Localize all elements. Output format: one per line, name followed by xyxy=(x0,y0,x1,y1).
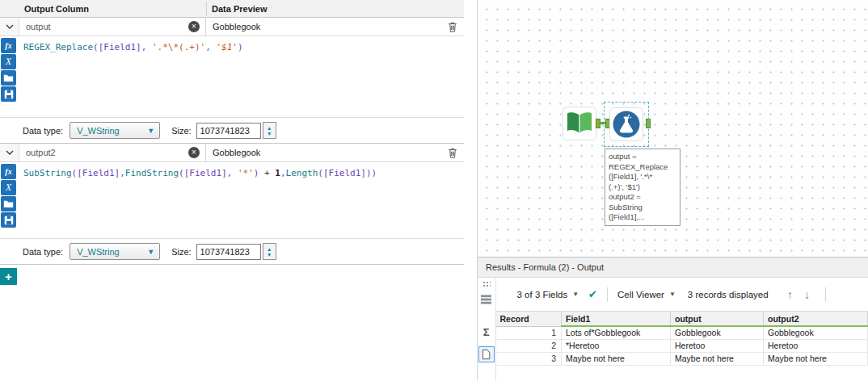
cell-output[interactable]: Heretoo xyxy=(671,339,764,352)
input-data-tool[interactable] xyxy=(562,106,597,141)
data-preview-value: Gobblegook xyxy=(206,18,441,36)
formula-configuration-panel: Output Column Data Preview output × Gobb… xyxy=(0,0,464,381)
output-column-name-field[interactable]: output2 × xyxy=(19,144,206,161)
header-divider xyxy=(206,2,207,16)
cell-output[interactable]: Gobblegook xyxy=(671,326,764,339)
size-input[interactable] xyxy=(196,123,261,139)
formula-token: '.*\*(.+)' xyxy=(152,42,205,52)
expression-editor[interactable]: REGEX_Replace([Field1], '.*\*(.+)', '$1'… xyxy=(17,36,464,117)
expression-header-row: output × Gobblegook xyxy=(0,18,464,36)
down-arrow-icon: ▼ xyxy=(267,252,272,257)
cell-viewer-dropdown[interactable]: Cell Viewer ▼ xyxy=(617,290,676,299)
trash-icon xyxy=(447,21,458,33)
column-header-field1[interactable]: Field1 xyxy=(562,312,671,326)
profile-sigma-icon[interactable]: Σ xyxy=(478,324,495,340)
cell-field1[interactable]: Maybe not here xyxy=(562,352,671,365)
collapse-expression-button[interactable] xyxy=(0,144,19,161)
drag-grip[interactable] xyxy=(482,281,491,287)
formula-flask-icon xyxy=(609,107,644,142)
workflow-canvas[interactable]: output = REGEX_Replace ([Field1], '.*\* … xyxy=(477,0,868,257)
expression-editor[interactable]: SubString([Field1],FindString([Field1], … xyxy=(17,162,464,238)
scroll-up-button[interactable]: ↑ xyxy=(787,288,793,301)
formula-token: Length xyxy=(286,168,318,178)
insert-field-icon[interactable]: X xyxy=(1,180,16,195)
chevron-down-icon xyxy=(6,150,14,155)
fields-dropdown[interactable]: 3 of 3 Fields ▼ xyxy=(517,290,579,299)
column-header-record[interactable]: Record xyxy=(496,312,562,326)
current-view-icon[interactable] xyxy=(478,346,495,362)
formula-token: , xyxy=(280,168,286,178)
editor-icon-gutter: fx X xyxy=(0,36,17,117)
expression-footer: Data type: V_WString ▼ Size: ▲▼ xyxy=(0,117,464,143)
cell-field1[interactable]: *Heretoo xyxy=(562,339,671,352)
results-panel: Results - Formula (2) - Output Σ 3 of 3 … xyxy=(477,257,868,381)
data-type-label: Data type: xyxy=(23,126,63,136)
chevron-down-icon xyxy=(6,24,14,29)
table-header-row: Record Field1 output output2 xyxy=(496,312,868,326)
output-column-name: output2 xyxy=(26,148,56,157)
annotation-line: SubString xyxy=(609,203,676,213)
data-type-dropdown[interactable]: V_WString ▼ xyxy=(70,122,160,139)
formula-token: REGEX_Replace xyxy=(23,42,93,52)
formula-columns-header: Output Column Data Preview xyxy=(0,0,464,18)
data-type-value: V_WString xyxy=(77,126,147,136)
records-displayed-text: 3 records displayed xyxy=(688,290,769,299)
apply-check-icon[interactable]: ✔ xyxy=(588,288,597,300)
cell-output2[interactable]: Gobblegook xyxy=(764,326,868,339)
data-preview-value: Gobblegook xyxy=(206,144,441,161)
clear-name-icon[interactable]: × xyxy=(188,21,200,32)
chevron-down-icon: ▼ xyxy=(669,291,676,298)
size-label: Size: xyxy=(171,247,191,257)
scroll-down-button[interactable]: ↓ xyxy=(804,288,810,301)
delete-expression-button[interactable] xyxy=(441,18,464,36)
clear-name-icon[interactable]: × xyxy=(188,147,200,158)
insert-function-icon[interactable]: fx xyxy=(1,164,16,179)
output-column-name-field[interactable]: output × xyxy=(19,18,206,36)
data-preview-header: Data Preview xyxy=(212,0,267,18)
insert-field-icon[interactable]: X xyxy=(1,54,16,69)
chevron-down-icon: ▼ xyxy=(147,248,154,256)
size-stepper[interactable]: ▲▼ xyxy=(263,243,276,260)
collapse-expression-button[interactable] xyxy=(0,18,19,36)
add-expression-button[interactable]: + xyxy=(0,268,17,285)
column-header-output2[interactable]: output2 xyxy=(764,312,868,326)
formula-token: ([Field1], xyxy=(93,42,152,52)
tool-annotation[interactable]: output = REGEX_Replace ([Field1], '.*\* … xyxy=(605,149,680,226)
record-number[interactable]: 1 xyxy=(496,326,562,339)
chevron-down-icon: ▼ xyxy=(572,291,579,298)
annotation-line: output = xyxy=(609,152,676,162)
toolbar-separator xyxy=(607,287,608,302)
expression-block-output2: output2 × Gobblegook fx X xyxy=(0,144,464,265)
delete-expression-button[interactable] xyxy=(441,144,464,161)
size-stepper[interactable]: ▲▼ xyxy=(263,122,276,139)
results-main: 3 of 3 Fields ▼ ✔ Cell Viewer ▼ 3 record… xyxy=(496,278,868,381)
data-type-dropdown[interactable]: V_WString ▼ xyxy=(70,243,160,260)
annotation-line: REGEX_Replace xyxy=(609,162,676,173)
formula-tool[interactable] xyxy=(609,107,644,142)
cell-output[interactable]: Maybe not here xyxy=(671,352,764,365)
expression-editor-area: fx X SubString([Field1],FindString([Fiel… xyxy=(0,162,464,238)
results-table: Record Field1 output output2 1 Lots of*G… xyxy=(496,312,868,366)
cell-output2[interactable]: Heretoo xyxy=(764,339,868,352)
formula-token: , xyxy=(205,42,216,52)
editor-icon-gutter: fx X xyxy=(0,162,17,238)
table-view-icon[interactable] xyxy=(478,291,495,308)
size-label: Size: xyxy=(171,126,191,136)
column-header-output[interactable]: output xyxy=(671,312,764,326)
annotation-line: output2 = xyxy=(609,192,676,203)
formula-token: '$1' xyxy=(216,42,238,52)
chevron-down-icon: ▼ xyxy=(147,127,154,135)
cell-output2[interactable]: Maybe not here xyxy=(764,352,868,365)
save-expression-icon[interactable] xyxy=(1,86,16,102)
save-expression-icon[interactable] xyxy=(1,212,16,228)
insert-function-icon[interactable]: fx xyxy=(1,38,16,53)
recent-expressions-icon[interactable] xyxy=(1,196,16,211)
table-row: 3 Maybe not here Maybe not here Maybe no… xyxy=(496,352,868,365)
record-number[interactable]: 2 xyxy=(496,339,562,352)
output-column-name: output xyxy=(26,22,51,31)
output-column-header: Output Column xyxy=(24,0,89,18)
cell-field1[interactable]: Lots of*Gobblegook xyxy=(562,326,671,339)
record-number[interactable]: 3 xyxy=(496,352,562,365)
recent-expressions-icon[interactable] xyxy=(1,70,16,86)
size-input[interactable] xyxy=(196,244,261,260)
